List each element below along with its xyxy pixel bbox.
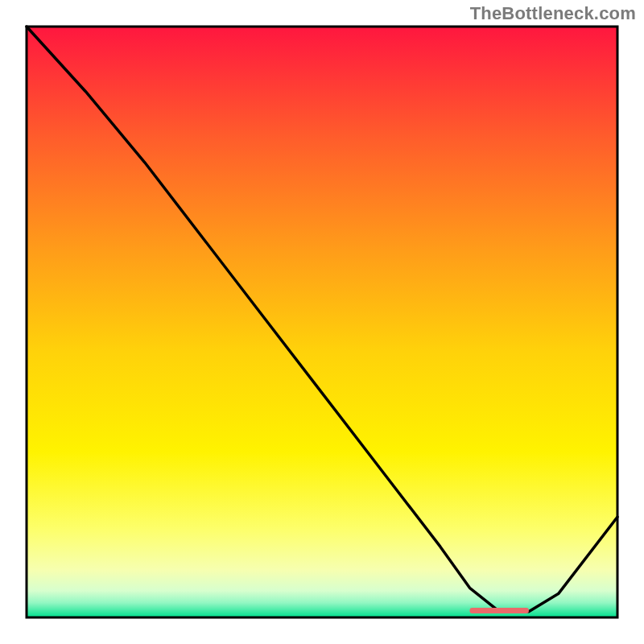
watermark-text: TheBottleneck.com bbox=[470, 3, 636, 24]
plot-area bbox=[27, 27, 617, 617]
chart-stage: TheBottleneck.com bbox=[0, 0, 644, 644]
gradient-background bbox=[27, 27, 617, 617]
bottleneck-chart bbox=[0, 0, 644, 644]
optimal-range-marker bbox=[470, 608, 529, 613]
